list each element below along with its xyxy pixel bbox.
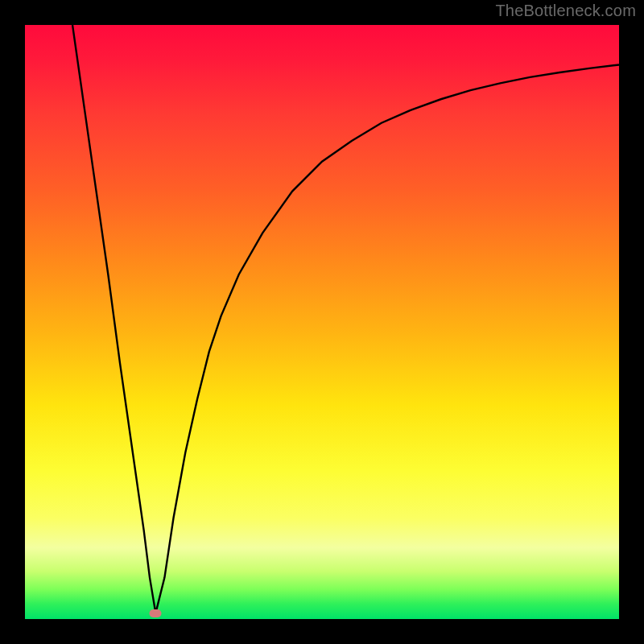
watermark-text: TheBottleneck.com: [495, 2, 636, 20]
bottleneck-curve: [72, 25, 619, 613]
plot-area: [25, 25, 619, 619]
optimal-point-marker: [150, 609, 162, 617]
chart-frame: TheBottleneck.com: [0, 0, 644, 644]
curve-svg: [25, 25, 619, 619]
